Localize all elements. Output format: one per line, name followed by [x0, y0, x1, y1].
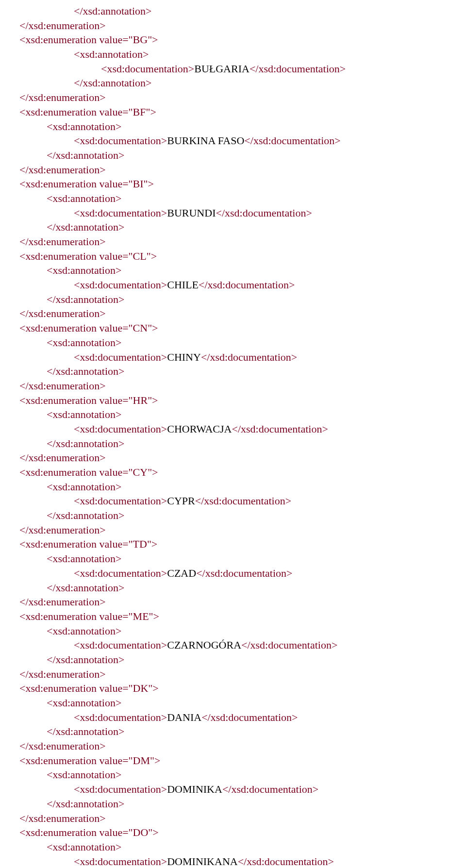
open-enumeration: <xsd:enumeration value="CN"> [19, 322, 158, 334]
close-documentation: </xsd:documentation> [195, 495, 291, 507]
close-enumeration: </xsd:enumeration> [19, 451, 106, 464]
xml-line: <xsd:documentation>CZARNOGÓRA</xsd:docum… [74, 638, 447, 652]
xml-line: </xsd:annotation> [47, 292, 447, 307]
close-annotation: </xsd:annotation> [47, 365, 124, 377]
close-enumeration: </xsd:enumeration> [19, 740, 106, 752]
documentation-text: CYPR [167, 495, 195, 507]
xml-line: </xsd:enumeration> [19, 234, 447, 249]
xml-line: <xsd:annotation> [47, 480, 447, 494]
open-annotation: <xsd:annotation> [47, 264, 121, 276]
close-enumeration: </xsd:enumeration> [19, 307, 106, 319]
documentation-text: CZARNOGÓRA [167, 639, 241, 651]
xml-line: <xsd:enumeration value="ME"> [19, 609, 447, 624]
open-documentation: <xsd:documentation> [74, 783, 167, 795]
xml-line: <xsd:enumeration value="TD"> [19, 537, 447, 551]
documentation-text: BUŁGARIA [194, 63, 250, 75]
close-enumeration: </xsd:enumeration> [19, 812, 106, 824]
open-enumeration: <xsd:enumeration value="TD"> [19, 538, 157, 550]
open-enumeration: <xsd:enumeration value="DO"> [19, 826, 159, 838]
open-enumeration: <xsd:enumeration value="DM"> [19, 754, 160, 767]
xml-line: <xsd:annotation> [47, 551, 447, 566]
open-annotation: <xsd:annotation> [47, 120, 121, 133]
open-annotation: <xsd:annotation> [74, 48, 149, 60]
open-enumeration: <xsd:enumeration value="BI"> [19, 178, 154, 190]
documentation-text: DANIA [167, 711, 201, 723]
open-annotation: <xsd:annotation> [47, 841, 121, 853]
open-documentation: <xsd:documentation> [74, 134, 167, 147]
close-documentation: </xsd:documentation> [201, 351, 297, 363]
xml-line: <xsd:documentation>BUŁGARIA</xsd:documen… [101, 62, 447, 76]
close-annotation: </xsd:annotation> [74, 77, 151, 89]
open-documentation: <xsd:documentation> [74, 207, 167, 219]
open-documentation: <xsd:documentation> [74, 639, 167, 651]
close-annotation: </xsd:annotation> [47, 221, 124, 233]
close-annotation: </xsd:annotation> [47, 293, 124, 305]
close-documentation: </xsd:documentation> [244, 134, 340, 147]
xml-line: </xsd:annotation> [74, 4, 447, 18]
close-documentation: </xsd:documentation> [196, 567, 292, 579]
documentation-text: DOMINIKANA [167, 855, 237, 868]
open-annotation: <xsd:annotation> [47, 408, 121, 420]
open-enumeration: <xsd:enumeration value="CY"> [19, 466, 158, 478]
xml-line: <xsd:documentation>BURUNDI</xsd:document… [74, 206, 447, 220]
documentation-text: BURUNDI [167, 207, 216, 219]
open-documentation: <xsd:documentation> [74, 567, 167, 579]
open-enumeration: <xsd:enumeration value="HR"> [19, 394, 158, 406]
xml-code-block: </xsd:annotation></xsd:enumeration><xsd:… [19, 4, 447, 868]
open-documentation: <xsd:documentation> [74, 855, 167, 868]
xml-line: <xsd:documentation>CHILE</xsd:documentat… [74, 278, 447, 292]
close-annotation: </xsd:annotation> [47, 725, 124, 737]
close-documentation: </xsd:documentation> [232, 423, 328, 435]
open-annotation: <xsd:annotation> [47, 768, 121, 781]
xml-line: <xsd:enumeration value="HR"> [19, 393, 447, 408]
open-enumeration: <xsd:enumeration value="BF"> [19, 106, 156, 118]
close-annotation: </xsd:annotation> [74, 5, 151, 17]
close-documentation: </xsd:documentation> [250, 63, 346, 75]
xml-line: </xsd:enumeration> [19, 667, 447, 682]
xml-line: </xsd:enumeration> [19, 595, 447, 609]
open-annotation: <xsd:annotation> [47, 697, 121, 709]
open-documentation: <xsd:documentation> [74, 279, 167, 291]
open-annotation: <xsd:annotation> [47, 192, 121, 204]
close-enumeration: </xsd:enumeration> [19, 19, 106, 32]
xml-document-page: </xsd:annotation></xsd:enumeration><xsd:… [0, 0, 466, 868]
xml-line: <xsd:annotation> [47, 119, 447, 134]
xml-line: <xsd:enumeration value="BG"> [19, 33, 447, 47]
close-enumeration: </xsd:enumeration> [19, 235, 106, 248]
documentation-text: DOMINIKA [167, 783, 222, 795]
open-documentation: <xsd:documentation> [74, 351, 167, 363]
open-documentation: <xsd:documentation> [74, 423, 167, 435]
xml-line: </xsd:enumeration> [19, 90, 447, 105]
xml-line: <xsd:documentation>DOMINIKANA</xsd:docum… [74, 854, 447, 868]
close-enumeration: </xsd:enumeration> [19, 524, 106, 536]
xml-line: <xsd:annotation> [47, 407, 447, 422]
xml-line: </xsd:enumeration> [19, 451, 447, 465]
xml-line: <xsd:annotation> [47, 696, 447, 710]
close-annotation: </xsd:annotation> [47, 653, 124, 666]
close-documentation: </xsd:documentation> [201, 711, 298, 723]
open-annotation: <xsd:annotation> [47, 336, 121, 349]
xml-line: <xsd:enumeration value="BI"> [19, 177, 447, 191]
xml-line: </xsd:annotation> [47, 436, 447, 451]
xml-line: <xsd:documentation>DOMINIKA</xsd:documen… [74, 782, 447, 797]
close-documentation: </xsd:documentation> [241, 639, 337, 651]
open-annotation: <xsd:annotation> [47, 625, 121, 637]
close-annotation: </xsd:annotation> [47, 149, 124, 161]
xml-line: </xsd:enumeration> [19, 811, 447, 826]
close-enumeration: </xsd:enumeration> [19, 668, 106, 680]
xml-line: </xsd:enumeration> [19, 163, 447, 177]
open-annotation: <xsd:annotation> [47, 481, 121, 493]
xml-line: <xsd:annotation> [47, 191, 447, 206]
xml-line: <xsd:enumeration value="DM"> [19, 753, 447, 768]
xml-line: <xsd:documentation>CHORWACJA</xsd:docume… [74, 422, 447, 436]
xml-line: <xsd:documentation>DANIA</xsd:documentat… [74, 710, 447, 725]
xml-line: </xsd:annotation> [74, 76, 447, 90]
documentation-text: BURKINA FASO [167, 134, 244, 147]
documentation-text: CHILE [167, 279, 199, 291]
xml-line: <xsd:annotation> [74, 47, 447, 62]
close-documentation: </xsd:documentation> [199, 279, 295, 291]
xml-line: </xsd:annotation> [47, 581, 447, 595]
close-annotation: </xsd:annotation> [47, 437, 124, 450]
close-enumeration: </xsd:enumeration> [19, 91, 106, 103]
close-enumeration: </xsd:enumeration> [19, 380, 106, 392]
